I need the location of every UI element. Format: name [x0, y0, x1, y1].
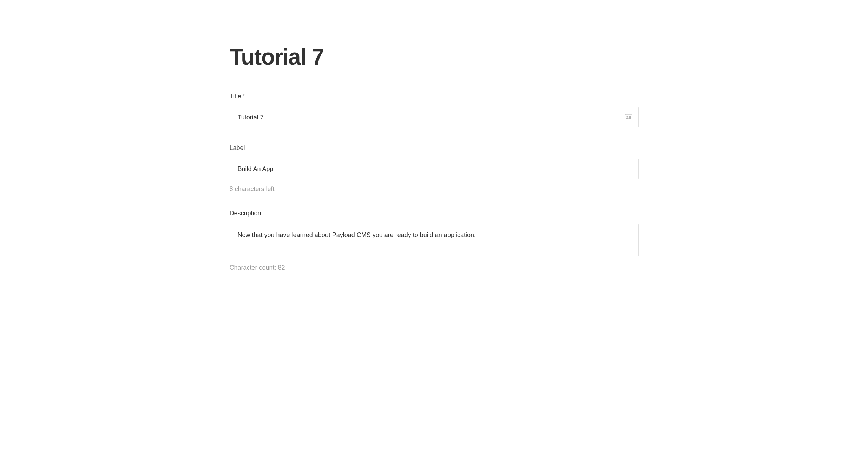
title-input-wrapper — [230, 107, 639, 127]
description-textarea[interactable] — [230, 224, 639, 256]
title-label-text: Title — [230, 93, 241, 100]
description-label: Description — [230, 210, 639, 217]
label-helper-text: 8 characters left — [230, 185, 639, 193]
description-helper-text: Character count: 82 — [230, 264, 639, 271]
label-input-wrapper — [230, 159, 639, 179]
label-label: Label — [230, 144, 639, 152]
title-label: Title* — [230, 93, 639, 100]
required-asterisk: * — [243, 93, 245, 99]
title-input[interactable] — [230, 107, 639, 127]
field-group-title: Title* — [230, 93, 639, 127]
field-group-description: Description Character count: 82 — [230, 210, 639, 271]
form-container: Tutorial 7 Title* Label 8 c — [230, 0, 639, 309]
field-group-label: Label 8 characters left — [230, 144, 639, 193]
label-input[interactable] — [230, 159, 639, 179]
page-title: Tutorial 7 — [230, 46, 639, 68]
